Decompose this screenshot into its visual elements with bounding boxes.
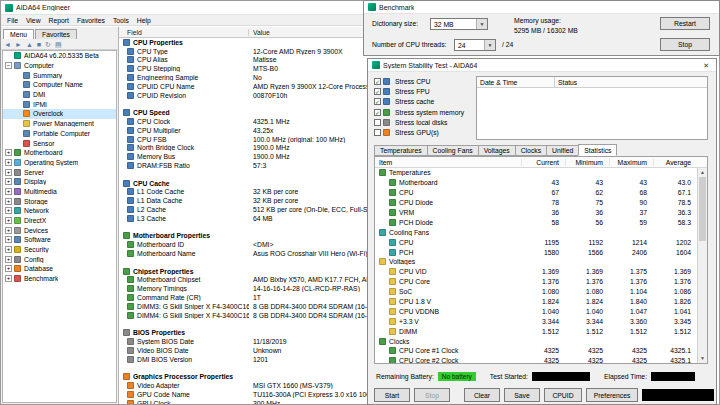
benchmark-titlebar[interactable]: Benchmark: [364, 1, 719, 14]
sidebar-item-computer[interactable]: −Computer: [3, 61, 116, 71]
tab-unified[interactable]: Unified: [546, 145, 579, 156]
tab-cooling-fans[interactable]: Cooling Fans: [427, 145, 479, 156]
tab-favorites[interactable]: Favorites: [35, 29, 77, 39]
stats-item-row[interactable]: CPU Core1.3761.3761.3761.376: [375, 277, 697, 287]
stats-section-row[interactable]: Cooling Fans: [375, 227, 697, 237]
sidebar-item-portable-computer[interactable]: Portable Computer: [3, 129, 116, 139]
checkbox-stress-cache[interactable]: ✓Stress cache: [374, 97, 474, 107]
sidebar-item-multimedia[interactable]: +Multimedia: [3, 187, 116, 197]
stats-item-row[interactable]: CPU Core #1 Clock4325432543254325.1: [375, 346, 697, 356]
sidebar-item-benchmark[interactable]: +Benchmark: [3, 274, 116, 284]
stats-item-row[interactable]: CPU VDDNB1.0401.0401.0471.041: [375, 306, 697, 316]
test-log-list[interactable]: Date & Time Status: [476, 76, 708, 140]
expand-icon[interactable]: +: [5, 217, 12, 224]
sidebar-item-power-management[interactable]: Power Management: [3, 119, 116, 129]
stats-item-row[interactable]: +3.3 V3.3443.3443.3603.345: [375, 316, 697, 326]
stats-item-row[interactable]: PCH Diode58565958.3: [375, 217, 697, 227]
refresh-icon[interactable]: ↻: [45, 41, 51, 48]
sidebar-item-software[interactable]: +Software: [3, 235, 116, 245]
stats-item-row[interactable]: CPU1195119212141202: [375, 237, 697, 247]
sidebar-item-dmi[interactable]: DMI: [3, 90, 116, 100]
stats-item-row[interactable]: CPU67626867.1: [375, 188, 697, 198]
sidebar-item-ipmi[interactable]: IPMI: [3, 99, 116, 109]
chevron-down-icon[interactable]: ▼: [476, 19, 487, 29]
sidebar-item-security[interactable]: +Security: [3, 245, 116, 255]
sidebar-item-database[interactable]: +Database: [3, 264, 116, 274]
value-column-header[interactable]: Value: [249, 29, 270, 36]
checkbox-stress-local-disks[interactable]: Stress local disks: [374, 117, 474, 127]
expand-icon[interactable]: +: [5, 149, 12, 156]
menu-file[interactable]: File: [3, 17, 22, 24]
checkbox-icon[interactable]: [374, 119, 381, 126]
scroll-down-icon[interactable]: ▼: [698, 354, 707, 363]
expand-icon[interactable]: +: [5, 227, 12, 234]
stats-col-current[interactable]: Current: [521, 159, 565, 166]
stats-col-average[interactable]: Average: [653, 159, 697, 166]
checkbox-icon[interactable]: [374, 129, 381, 136]
stats-item-row[interactable]: CPU Diode78759078.5: [375, 198, 697, 208]
menu-favorites[interactable]: Favorites: [73, 17, 109, 24]
tab-voltages[interactable]: Voltages: [478, 145, 516, 156]
dictionary-size-select[interactable]: 32 MB ▼: [430, 18, 488, 30]
stats-col-maximum[interactable]: Maximum: [609, 159, 653, 166]
close-icon[interactable]: ✕: [700, 62, 712, 69]
collapse-icon[interactable]: −: [5, 62, 12, 69]
chevron-down-icon[interactable]: ▼: [484, 40, 495, 50]
stats-section-row[interactable]: Temperatures: [375, 168, 697, 178]
cpu-threads-select[interactable]: 24 ▼: [454, 39, 496, 51]
checkbox-stress-gpu-s[interactable]: Stress GPU(s): [374, 127, 474, 137]
sidebar-item-directx[interactable]: +DirectX: [3, 216, 116, 226]
sidebar-item-overclock[interactable]: Overclock: [3, 109, 116, 119]
menu-report[interactable]: Report: [45, 17, 73, 24]
menu-view[interactable]: View: [22, 17, 45, 24]
checkbox-stress-fpu[interactable]: ✓Stress FPU: [374, 86, 474, 96]
expand-icon[interactable]: +: [5, 178, 12, 185]
stats-section-row[interactable]: Voltages: [375, 257, 697, 267]
cpuid-button[interactable]: CPUID: [544, 388, 582, 402]
tab-menu[interactable]: Menu: [3, 29, 34, 39]
stop-icon[interactable]: ■: [37, 41, 41, 48]
expand-icon[interactable]: +: [5, 246, 12, 253]
stats-item-row[interactable]: VRM36363736.3: [375, 208, 697, 218]
checkbox-icon[interactable]: ✓: [374, 88, 381, 95]
tab-clocks[interactable]: Clocks: [515, 145, 547, 156]
sidebar-item-config[interactable]: +Config: [3, 254, 116, 264]
expand-icon[interactable]: +: [5, 159, 12, 166]
stats-col-minimum[interactable]: Minimum: [565, 159, 609, 166]
sidebar-item-operating-system[interactable]: +Operating System: [3, 158, 116, 168]
sidebar-item-devices[interactable]: +Devices: [3, 225, 116, 235]
sidebar-item-aida64-v6-20-5335-beta[interactable]: AIDA64 v6.20.5335 Beta: [3, 51, 116, 61]
sidebar-item-server[interactable]: +Server: [3, 167, 116, 177]
expand-icon[interactable]: +: [5, 188, 12, 195]
stop-benchmark-button[interactable]: Stop: [660, 38, 710, 51]
checkbox-icon[interactable]: ✓: [374, 109, 381, 116]
tab-statistics[interactable]: Statistics: [578, 144, 617, 156]
expand-icon[interactable]: +: [5, 198, 12, 205]
stats-item-row[interactable]: DIMM1.5121.5121.5121.512: [375, 326, 697, 336]
stats-item-row[interactable]: Motherboard43434343.0: [375, 178, 697, 188]
report-icon[interactable]: ▤: [55, 41, 62, 48]
menu-help[interactable]: Help: [133, 17, 155, 24]
stats-item-row[interactable]: CPU VID1.3691.3691.3751.369: [375, 267, 697, 277]
expand-icon[interactable]: +: [5, 207, 12, 214]
log-col-status[interactable]: Status: [555, 77, 707, 87]
sidebar-item-sensor[interactable]: Sensor: [3, 138, 116, 148]
sidebar-item-motherboard[interactable]: +Motherboard: [3, 148, 116, 158]
stability-titlebar[interactable]: System Stability Test - AIDA64 ✕: [368, 59, 716, 72]
stats-item-row[interactable]: CPU 1.8 V1.8241.8241.8401.826: [375, 297, 697, 307]
stats-item-row[interactable]: CPU Core #2 Clock4325432543254325.1: [375, 356, 697, 364]
stats-item-row[interactable]: PCH1580156624061604: [375, 247, 697, 257]
clear-button[interactable]: Clear: [464, 388, 500, 402]
checkbox-icon[interactable]: ✓: [374, 98, 381, 105]
scroll-thumb[interactable]: [699, 177, 706, 241]
save-button[interactable]: Save: [504, 388, 540, 402]
stats-col-item[interactable]: Item: [375, 159, 521, 166]
preferences-button[interactable]: Preferences: [586, 388, 638, 402]
expand-icon[interactable]: +: [5, 275, 12, 282]
expand-icon[interactable]: +: [5, 265, 12, 272]
expand-icon[interactable]: +: [5, 236, 12, 243]
back-icon[interactable]: ◄: [4, 41, 11, 48]
field-column-header[interactable]: Field: [119, 29, 249, 36]
checkbox-icon[interactable]: ✓: [374, 78, 381, 85]
sidebar-item-network[interactable]: +Network: [3, 206, 116, 216]
